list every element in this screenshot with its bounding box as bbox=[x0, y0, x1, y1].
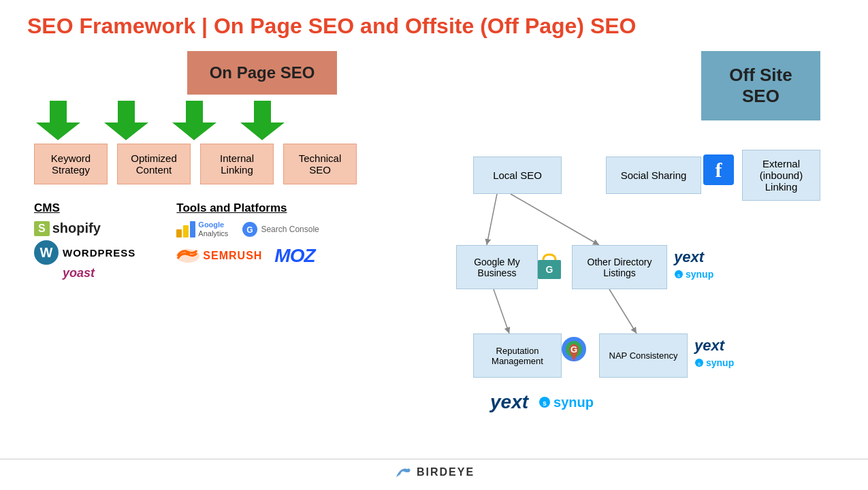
arrow-linking bbox=[170, 100, 218, 141]
svg-text:G: G bbox=[546, 264, 553, 275]
yext-logo-2: yext bbox=[694, 337, 734, 355]
left-side: On Page SEO bbox=[27, 51, 422, 280]
gmb-label: Google My Business bbox=[462, 257, 532, 278]
social-sharing-box: Social Sharing bbox=[606, 157, 701, 194]
birdeye-icon bbox=[393, 465, 413, 480]
wordpress-icon: W bbox=[34, 240, 59, 265]
svg-text:s: s bbox=[698, 361, 701, 367]
facebook-icon: f bbox=[703, 154, 734, 185]
arrow-technical bbox=[238, 100, 286, 141]
synup-logo-2: s synup bbox=[694, 357, 734, 368]
synup-logo-bottom: s synup bbox=[539, 395, 594, 410]
yext-logo-1: yext bbox=[674, 248, 713, 266]
external-linking-box: External (inbound) Linking bbox=[742, 150, 820, 201]
reputation-box: Reputation Management bbox=[473, 333, 562, 378]
tools-section: Tools and Platforms GoogleAnalytics bbox=[176, 201, 319, 280]
onpage-items-row: Keyword Strategy Optimized Content Inter… bbox=[34, 144, 422, 184]
yext-synup-group1: yext s synup bbox=[674, 248, 713, 280]
arrows-row bbox=[34, 100, 422, 141]
search-console-logo: G Search Console bbox=[242, 221, 319, 238]
technical-seo-box: Technical SEO bbox=[283, 144, 357, 184]
main-content: On Page SEO bbox=[27, 51, 841, 280]
wordpress-logo: W WORDPRESS bbox=[34, 240, 135, 265]
bottom-yext-synup: yext s synup bbox=[490, 391, 594, 413]
birdeye-text: BIRDEYE bbox=[417, 466, 475, 478]
footer: BIRDEYE bbox=[0, 459, 868, 480]
shopify-bag-icon: S bbox=[34, 221, 50, 236]
ga-text: GoogleAnalytics bbox=[198, 220, 228, 238]
svg-text:G: G bbox=[247, 225, 253, 235]
right-side: Off Site SEO bbox=[436, 51, 841, 280]
svg-marker-3 bbox=[240, 101, 285, 140]
svg-line-8 bbox=[487, 194, 497, 245]
arrow-keyword bbox=[34, 100, 82, 141]
wordpress-text: WORDPRESS bbox=[63, 247, 135, 259]
local-seo-box: Local SEO bbox=[473, 157, 562, 194]
svg-line-9 bbox=[511, 194, 599, 245]
cms-tools-row: CMS S shopify W WORDPRESS yoast Tools bbox=[34, 201, 422, 280]
svg-marker-2 bbox=[172, 101, 216, 140]
shopify-logo: S shopify bbox=[34, 220, 135, 236]
semrush-logo: SEMRUSH bbox=[176, 246, 262, 265]
gmb-icon: G bbox=[536, 252, 562, 283]
on-page-seo-box: On Page SEO bbox=[187, 51, 337, 95]
yext-logo-bottom: yext bbox=[490, 391, 528, 413]
slide: SEO Framework | On Page SEO and Offsite … bbox=[0, 0, 868, 490]
optimized-content-box: Optimized Content bbox=[117, 144, 191, 184]
search-console-text: Search Console bbox=[261, 225, 319, 234]
svg-marker-0 bbox=[36, 101, 80, 140]
offsite-diagram: Local SEO Social Sharing f External (inb… bbox=[436, 51, 841, 459]
semrush-text: SEMRUSH bbox=[203, 250, 262, 262]
ga-icon bbox=[176, 221, 195, 238]
keyword-strategy-box: Keyword Strategy bbox=[34, 144, 108, 184]
svg-text:s: s bbox=[677, 272, 680, 278]
moz-logo: MOZ bbox=[274, 245, 315, 267]
semrush-icon bbox=[176, 246, 200, 265]
nap-box: NAP Consistency bbox=[599, 333, 688, 378]
shopify-text: shopify bbox=[52, 220, 101, 236]
svg-point-7 bbox=[186, 251, 190, 255]
yoast-logo: yoast bbox=[63, 266, 135, 280]
page-title: SEO Framework | On Page SEO and Offsite … bbox=[27, 14, 841, 44]
svg-text:G: G bbox=[570, 344, 577, 355]
odl-label: Other Directory Listings bbox=[578, 257, 661, 278]
arrow-content bbox=[102, 100, 150, 141]
odl-box: Other Directory Listings bbox=[572, 245, 667, 289]
reputation-label: Reputation Management bbox=[479, 346, 556, 366]
nap-label: NAP Consistency bbox=[609, 350, 678, 361]
svg-text:s: s bbox=[543, 399, 547, 407]
internal-linking-box: Internal Linking bbox=[200, 144, 274, 184]
yext-synup-group2: yext s synup bbox=[694, 337, 734, 368]
cms-title: CMS bbox=[34, 201, 135, 215]
svg-line-11 bbox=[609, 289, 637, 333]
search-console-icon: G bbox=[242, 221, 258, 238]
facebook-f-letter: f bbox=[716, 159, 722, 182]
google-analytics-logo: GoogleAnalytics bbox=[176, 220, 228, 238]
svg-line-10 bbox=[494, 289, 509, 333]
synup-logo-1: s synup bbox=[674, 269, 713, 280]
svg-marker-1 bbox=[104, 101, 148, 140]
gmb-box: Google My Business bbox=[456, 245, 538, 289]
tools-title: Tools and Platforms bbox=[176, 201, 319, 215]
svg-point-24 bbox=[406, 469, 410, 472]
cms-section: CMS S shopify W WORDPRESS yoast bbox=[34, 201, 135, 280]
birdeye-logo: BIRDEYE bbox=[393, 465, 475, 480]
google-maps-icon: G bbox=[560, 336, 588, 370]
